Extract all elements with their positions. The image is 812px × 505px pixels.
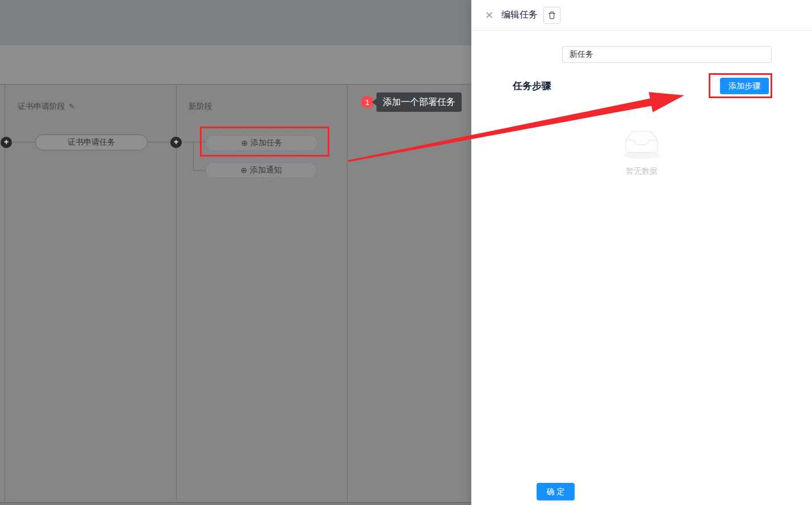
badge-number: 1 [365,98,369,107]
connector-line [193,170,207,171]
stage-title-label: 新阶段 [189,102,212,111]
stage-divider [347,85,348,502]
pipeline-area: 证书申请阶段✎ + 证书申请任务 + 新阶段 ⊕ 添加任务 ⊕ 添加通知 1 [0,84,471,505]
tooltip-text: 添加一个部署任务 [383,96,455,108]
task-name-input[interactable] [562,46,772,63]
stage-title: 证书申请阶段✎ [18,102,75,112]
stage-title: 新阶段 [189,102,212,112]
app-subheader-dimmed [0,23,471,45]
tooltip-arrow [372,99,376,106]
trash-icon [547,11,556,20]
task-node-label: 证书申请任务 [68,137,115,148]
edit-task-drawer: ✕ 编辑任务 *任务名称: 任务步骤 添加步骤 暂无数据 确 定 [471,0,812,505]
drawer-title: 编辑任务 [501,9,538,21]
pipeline-bottom-strip [0,503,471,505]
empty-box-icon [619,128,664,159]
toolbar-dimmed [0,45,471,84]
stage-title-label: 证书申请阶段 [18,102,65,111]
drawer-header: ✕ 编辑任务 [471,0,812,31]
confirm-button[interactable]: 确 定 [537,483,575,500]
empty-state: 暂无数据 [471,128,812,176]
circle-plus-icon: ⊕ [241,166,248,175]
annotation-rect-add-step [709,73,772,98]
empty-state-text: 暂无数据 [471,166,812,176]
task-name-form-row: *任务名称: [471,46,812,63]
app-header-dimmed [0,0,471,23]
connector-line [193,142,194,170]
task-node[interactable]: 证书申请任务 [35,134,148,150]
edit-stage-icon[interactable]: ✎ [69,102,75,111]
add-notification-button[interactable]: ⊕ 添加通知 [206,162,317,178]
connector-line [148,142,171,142]
add-stage-button[interactable]: + [170,137,182,148]
connector-line [11,142,35,142]
add-stage-button[interactable]: + [1,137,12,148]
annotation-tooltip: 添加一个部署任务 [376,92,462,112]
pipeline-canvas: 证书申请阶段✎ + 证书申请任务 + 新阶段 ⊕ 添加任务 ⊕ 添加通知 1 [0,0,471,505]
annotation-rect-add-task [200,127,329,157]
close-icon[interactable]: ✕ [485,10,493,20]
delete-task-button[interactable] [543,7,560,24]
add-notification-label: 添加通知 [250,165,282,175]
task-steps-heading: 任务步骤 [513,79,551,92]
